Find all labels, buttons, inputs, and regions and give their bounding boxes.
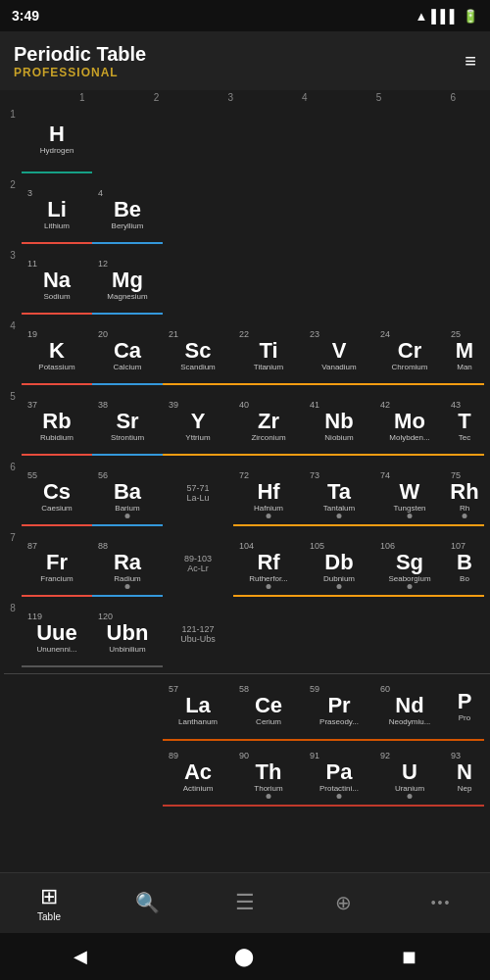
element-Db[interactable]: 105 Db Dubnium [304,530,374,597]
dot-indicator [337,584,342,589]
dot-indicator [408,584,413,589]
dot-indicator [267,794,271,799]
dot-indicator [408,794,413,799]
element-Nb[interactable]: 41 Nb Niobium [304,389,374,456]
period-5-cells: 37 Rb Rubidium 38 Sr Strontium 39 Y Yttr… [22,389,490,456]
dot-indicator [463,514,467,518]
element-Sg[interactable]: 106 Sg Seaborgium [374,530,445,597]
period-6-cells: 55 Cs Caesium 56 Ba Barium 57-71 La-Lu 7… [22,460,490,526]
element-Li[interactable]: 3 Li Lithium [22,177,92,244]
status-time: 3:49 [12,8,39,24]
element-Pm-stub[interactable]: P Pro [445,674,484,741]
element-Nd[interactable]: 60 Nd Neodymiu... [374,674,445,741]
actinide-cells: 89 Ac Actinium 90 Th Thorium 91 Pa Prota… [22,740,490,807]
element-Y[interactable]: 39 Y Yttrium [163,389,233,456]
dot-indicator [337,514,342,518]
app-subtitle: PROFESSIONAL [14,66,146,79]
actinide-range: 89-103 Ac-Lr [163,530,233,597]
dot-indicator [267,584,271,589]
element-Zr[interactable]: 40 Zr Zirconium [233,389,304,456]
element-Mn-stub[interactable]: 25 M Man [445,318,484,385]
period-row-2: 2 3 Li Lithium 4 Be Beryllium [4,175,490,246]
recents-button[interactable]: ◼ [402,946,416,967]
element-K[interactable]: 19 K Potassium [22,318,92,385]
nav-search[interactable]: 🔍 [98,891,196,916]
element-Ti[interactable]: 22 Ti Titanium [233,318,304,385]
element-Rb[interactable]: 37 Rb Rubidium [22,389,92,456]
lanthanide-cells: 57 La Lanthanum 58 Ce Cerium 59 Pr Prase… [22,674,490,741]
element-Rf[interactable]: 104 Rf Rutherfor... [233,530,304,597]
period-num-4: 4 [4,317,22,331]
element-Cs[interactable]: 55 Cs Caesium [22,460,92,526]
dot-indicator [337,794,342,799]
element-Tc-stub[interactable]: 43 T Tec [445,389,484,456]
dot-indicator [408,514,413,518]
element-Np-stub[interactable]: 93 N Nep [445,740,484,807]
wifi-icon: ▲ [415,9,427,24]
col-2: 2 [120,90,194,105]
period-row-6: 6 55 Cs Caesium 56 Ba Barium 57-71 La-Lu [4,458,490,528]
element-V[interactable]: 23 V Vanadium [304,318,374,385]
element-Ta[interactable]: 73 Ta Tantalum [304,460,374,526]
compare-icon: ⊕ [335,891,352,914]
back-button[interactable]: ◀ [74,946,87,967]
element-Mg[interactable]: 12 Mg Magnesium [92,248,163,315]
element-Re-stub[interactable]: 75 Rh Rh [445,460,484,526]
period-2-cells: 3 Li Lithium 4 Be Beryllium [22,177,490,244]
signal-icon: ▌▌▌ [431,9,459,24]
element-Fr[interactable]: 87 Fr Francium [22,530,92,597]
element-Ca[interactable]: 20 Ca Calcium [92,318,163,385]
table-icon: ⊞ [40,884,58,909]
element-W[interactable]: 74 W Tungsten [374,460,445,526]
element-Pa[interactable]: 91 Pa Protactini... [304,740,374,807]
header-text: Periodic Table PROFESSIONAL [14,42,146,79]
element-Ubn[interactable]: 120 Ubn Unbinilium [92,601,163,667]
app-header: Periodic Table PROFESSIONAL ≡ [0,31,490,90]
element-Bh-stub[interactable]: 107 B Bo [445,530,484,597]
period-1-cells: H Hydrogen [22,107,490,173]
element-Uue[interactable]: 119 Uue Ununenni... [22,601,92,667]
element-Ce[interactable]: 58 Ce Cerium [233,674,304,741]
dot-indicator [267,514,271,518]
filter-icon[interactable]: ≡ [465,50,476,73]
column-headers: 1 2 3 4 5 6 [0,90,490,105]
element-Cr[interactable]: 24 Cr Chromium [374,318,445,385]
element-Ba[interactable]: 56 Ba Barium [92,460,163,526]
lanthanide-row: 57 La Lanthanum 58 Ce Cerium 59 Pr Prase… [4,673,490,740]
element-U[interactable]: 92 U Uranium [374,740,445,807]
element-Pr[interactable]: 59 Pr Praseody... [304,674,374,741]
element-Th[interactable]: 90 Th Thorium [233,740,304,807]
nav-compare[interactable]: ⊕ [294,891,392,916]
element-Sr[interactable]: 38 Sr Strontium [92,389,163,456]
element-Sc[interactable]: 21 Sc Scandium [163,318,233,385]
col-4: 4 [268,90,342,105]
period-num-3: 3 [4,246,22,261]
col-1: 1 [45,90,120,105]
period-row-3: 3 11 Na Sodium 12 Mg Magnesium [4,246,490,317]
nav-more[interactable]: ••• [392,895,490,912]
period-row-7: 7 87 Fr Francium 88 Ra Radium 89-103 Ac-… [4,528,490,599]
status-bar: 3:49 ▲ ▌▌▌ 🔋 [0,0,490,31]
period-4-cells: 19 K Potassium 20 Ca Calcium 21 Sc Scand… [22,318,490,385]
period-num-5: 5 [4,387,22,402]
nav-table[interactable]: ⊞ Table [0,884,98,922]
period-row-4: 4 19 K Potassium 20 Ca Calcium 21 Sc Sca… [4,317,490,387]
element-Hf[interactable]: 72 Hf Hafnium [233,460,304,526]
element-Mo[interactable]: 42 Mo Molybden... [374,389,445,456]
element-Na[interactable]: 11 Na Sodium [22,248,92,315]
period-num-7: 7 [4,528,22,543]
element-Ac[interactable]: 89 Ac Actinium [163,740,233,807]
nav-list[interactable]: ☰ [196,890,294,917]
home-button[interactable]: ⬤ [234,946,254,967]
period-8-cells: 119 Uue Ununenni... 120 Ubn Unbinilium 1… [22,601,490,667]
period-row-1: 1 H Hydrogen [4,105,490,175]
element-Be[interactable]: 4 Be Beryllium [92,177,163,244]
bottom-nav: ⊞ Table 🔍 ☰ ⊕ ••• [0,872,490,933]
element-La[interactable]: 57 La Lanthanum [163,674,233,741]
col-6: 6 [416,90,490,105]
element-H[interactable]: H Hydrogen [22,107,92,173]
element-Ra[interactable]: 88 Ra Radium [92,530,163,597]
status-icons: ▲ ▌▌▌ 🔋 [415,9,478,24]
nav-table-label: Table [37,911,61,922]
periodic-table-area: 1 2 3 4 5 6 1 H Hydrogen 2 3 Li [0,90,490,872]
